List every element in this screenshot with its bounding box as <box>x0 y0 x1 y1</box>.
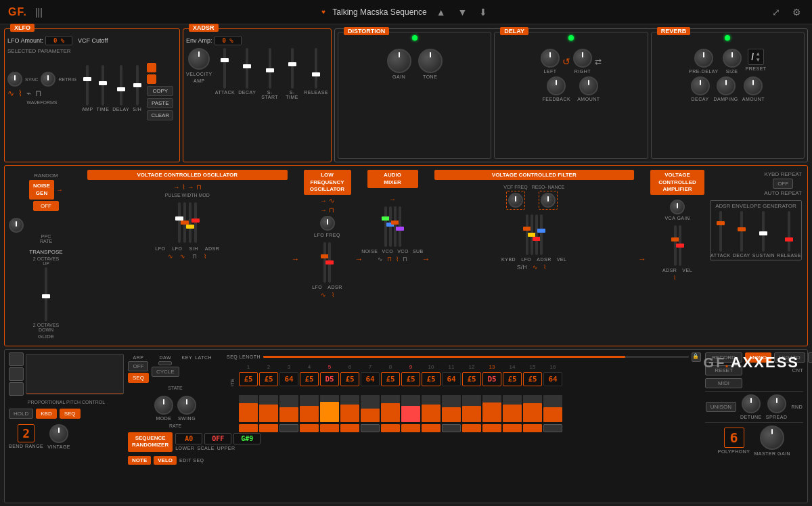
kybd-off-btn[interactable]: OFF <box>773 179 793 189</box>
transpose-slider[interactable] <box>45 267 47 321</box>
xlfo-time-slider[interactable]: TIME <box>97 65 110 112</box>
step-note-14[interactable]: £5 <box>503 372 522 386</box>
detune-knob[interactable] <box>742 394 761 413</box>
wave1[interactable]: ∿ <box>7 89 14 98</box>
lfo-slider2[interactable] <box>328 242 331 283</box>
step-note-1[interactable]: £5 <box>239 372 258 386</box>
trig-btn-4[interactable] <box>300 424 319 432</box>
delay-left-knob[interactable] <box>541 49 560 68</box>
ppc-btn2[interactable] <box>9 367 24 381</box>
trig-btn-5[interactable] <box>320 424 339 432</box>
vel-slider-8[interactable] <box>381 395 400 422</box>
wave3[interactable]: ⌁ <box>26 89 31 98</box>
trig-btn-13[interactable] <box>482 424 501 432</box>
seq-lock-btn[interactable]: 🔒 <box>692 352 701 362</box>
unison-btn[interactable]: UNISON <box>706 402 736 412</box>
arp-off-btn[interactable]: OFF <box>128 361 148 371</box>
poly-btn[interactable]: POLY <box>808 352 812 363</box>
reverb-size-knob[interactable] <box>723 49 742 68</box>
trig-btn-15[interactable] <box>523 424 542 432</box>
vel-slider-3[interactable] <box>279 395 298 422</box>
mix-slider1[interactable] <box>384 206 387 247</box>
resize-button[interactable]: ⤢ <box>769 5 783 19</box>
cycle-btn[interactable]: CYCLE <box>152 367 179 377</box>
step-note-5[interactable]: D5 <box>320 372 339 386</box>
step-note-10[interactable]: £5 <box>422 372 441 386</box>
trig-btn-2[interactable] <box>259 424 278 432</box>
trig-btn-8[interactable] <box>381 424 400 432</box>
step-note-6[interactable]: £5 <box>340 372 359 386</box>
clear-btn[interactable]: CLEAR <box>147 110 173 120</box>
retrig-knob[interactable] <box>41 72 55 87</box>
reverb-predelay-knob[interactable] <box>694 49 713 68</box>
xlfo-sh-slider[interactable]: S/H <box>133 65 141 112</box>
lfo-freq-knob[interactable] <box>320 216 335 231</box>
vca-btn[interactable]: VOLTAGECONTROLLEDAMPLIFIER <box>650 170 704 195</box>
vel-slider-15[interactable] <box>523 395 542 422</box>
kybd-off-toggle[interactable]: OFF <box>773 179 793 189</box>
seq-randomizer-btn[interactable]: SEQUENCE RANDOMIZER <box>128 432 173 452</box>
step-note-2[interactable]: £5 <box>259 372 278 386</box>
trig-btn-16[interactable] <box>543 424 562 432</box>
velo-btn[interactable]: VELO <box>154 456 177 465</box>
daw-btn[interactable] <box>158 361 172 365</box>
xadsr-release-slider[interactable]: RELEASE <box>304 48 328 99</box>
copy-sq-btn[interactable] <box>147 63 156 72</box>
trig-btn-11[interactable] <box>442 424 461 432</box>
vel-slider-13[interactable] <box>482 395 501 422</box>
trig-btn-1[interactable] <box>239 424 258 432</box>
preset-up-btn[interactable]: ▲ <box>755 51 761 57</box>
vcf-btn[interactable]: VOLTAGE CONTROLLED FILTER <box>434 170 635 180</box>
reverb-damping-knob[interactable] <box>717 76 736 95</box>
step-note-12[interactable]: £5 <box>462 372 481 386</box>
ppc-btn1[interactable] <box>9 352 24 366</box>
adsr-eg-attack[interactable]: ATTACK <box>710 211 731 258</box>
off-toggle[interactable]: OFF <box>33 201 59 211</box>
vcf-res-knob[interactable] <box>541 193 556 208</box>
mix-slider4[interactable] <box>399 206 401 247</box>
step-note-16[interactable]: 64 <box>543 372 562 386</box>
adsr-eg-sustain[interactable]: SUSTAIN <box>752 211 775 258</box>
vco-slider2[interactable] <box>183 202 186 243</box>
vel-slider-9[interactable] <box>401 395 420 422</box>
adsr-eg-release[interactable]: RELEASE <box>777 211 801 258</box>
midi-btn[interactable]: MIDI <box>705 378 742 388</box>
step-note-11[interactable]: 64 <box>442 372 461 386</box>
xlfo-amp-slider[interactable]: AMP <box>82 65 93 112</box>
reverb-decay-knob[interactable] <box>691 76 710 95</box>
vcf-freq-knob[interactable] <box>508 193 523 208</box>
step-note-8[interactable]: £5 <box>381 372 400 386</box>
delay-amount-knob[interactable] <box>579 76 598 95</box>
step-note-7[interactable]: 64 <box>361 372 380 386</box>
reverb-amount-knob[interactable] <box>744 76 763 95</box>
trig-btn-9[interactable] <box>401 424 420 432</box>
vel-slider-11[interactable] <box>442 395 461 422</box>
settings-button[interactable]: ⚙ <box>790 5 804 19</box>
mix-slider2[interactable] <box>389 206 392 247</box>
trig-btn-14[interactable] <box>503 424 522 432</box>
trig-btn-6[interactable] <box>340 424 359 432</box>
vel-slider-16[interactable] <box>543 395 562 422</box>
lfo-btn[interactable]: LOWFREQUENCYOSCILLATOR <box>304 170 351 195</box>
mode-knob[interactable] <box>154 396 173 415</box>
xadsr-decay-slider[interactable]: DECAY <box>238 48 256 99</box>
step-note-9[interactable]: £5 <box>401 372 420 386</box>
wave4[interactable]: ⊓ <box>35 89 41 98</box>
download-button[interactable]: ⬇ <box>476 5 490 19</box>
vel-slider-1[interactable] <box>239 395 258 422</box>
preset-down-btn[interactable]: ▼ <box>755 57 761 63</box>
vco-slider3[interactable] <box>189 202 191 243</box>
xadsr-attack-slider[interactable]: ATTACK <box>215 48 235 99</box>
vco-slider4[interactable] <box>194 202 197 243</box>
vca-slider2[interactable] <box>679 225 681 266</box>
step-note-4[interactable]: £5 <box>300 372 319 386</box>
seq-btn[interactable]: SEQ <box>60 409 81 419</box>
vel-slider-4[interactable] <box>300 395 319 422</box>
sync-knob[interactable] <box>7 72 22 87</box>
paste-btn[interactable]: PASTE <box>147 98 173 108</box>
vintage-knob[interactable] <box>49 424 68 443</box>
vel-slider-5[interactable] <box>320 395 339 422</box>
paste-sq-btn[interactable] <box>147 74 156 84</box>
master-gain-knob[interactable] <box>760 426 784 450</box>
vel-slider-6[interactable] <box>340 395 359 422</box>
